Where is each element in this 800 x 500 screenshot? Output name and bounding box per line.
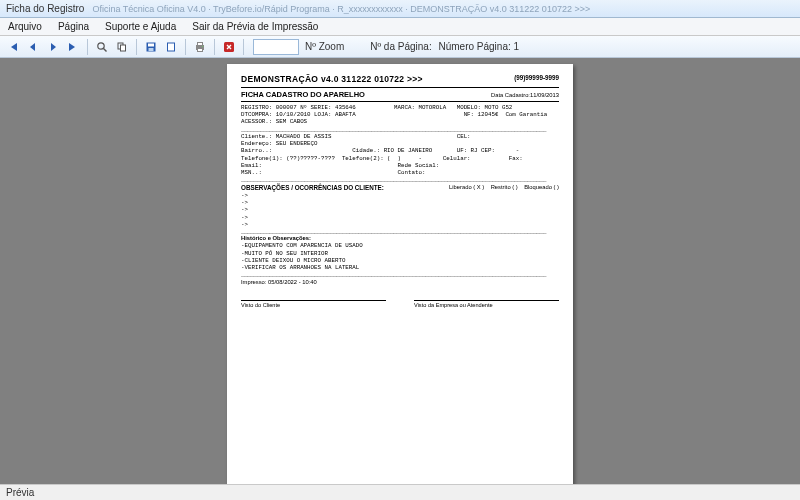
svg-rect-10 [198, 42, 203, 45]
impresso-line: Impresso: 05/08/2022 - 10:40 [241, 279, 559, 286]
signature-empresa: Visto da Empresa ou Atendente [414, 300, 559, 309]
nav-next-button[interactable] [44, 38, 62, 56]
divider-dash: ________________________________________… [241, 176, 559, 183]
statusbar: Prévia [0, 484, 800, 500]
toolbar: Nº Zoom Nº da Página: Número Página: 1 [0, 36, 800, 58]
obs-line: -> [241, 199, 559, 206]
data-cadastro-value: 11/09/2013 [530, 92, 559, 98]
copy-button[interactable] [113, 38, 131, 56]
svg-rect-8 [168, 43, 174, 50]
toolbar-separator [185, 39, 186, 55]
obs-header-row: OBSERVAÇÕES / OCORRÊNCIAS DO CLIENTE: Li… [241, 184, 559, 192]
signature-row: Visto do Cliente Visto da Empresa ou Ate… [241, 300, 559, 309]
zoom-input[interactable] [253, 39, 299, 55]
obs-line: -> [241, 192, 559, 199]
preview-workspace[interactable]: (99)99999-9999 DEMONSTRAÇÃO v4.0 311222 … [0, 58, 800, 484]
hist-line: -VERIFICAR OS ARRANHOES NA LATERAL [241, 264, 559, 271]
telefone-line: Telefone(1): (??)?????-???? Telefone(2):… [241, 155, 559, 162]
svg-point-12 [202, 45, 203, 46]
menu-sair[interactable]: Sair da Prévia de Impressão [184, 21, 326, 32]
menu-pagina[interactable]: Página [50, 21, 97, 32]
msn-line: MSN..: Contato: [241, 169, 559, 176]
signature-empresa-label: Visto da Empresa ou Atendente [414, 302, 559, 309]
obs-line: -> [241, 221, 559, 228]
window-title: Ficha do Registro [6, 3, 84, 14]
flag-liberado: Liberado ( X ) [449, 184, 484, 190]
svg-point-0 [98, 42, 104, 48]
toolbar-separator [136, 39, 137, 55]
page-number-label: Nº da Página: [370, 41, 431, 52]
report-page: (99)99999-9999 DEMONSTRAÇÃO v4.0 311222 … [227, 64, 573, 484]
flag-bloqueado: Bloqueado ( ) [524, 184, 559, 190]
page-setup-button[interactable] [162, 38, 180, 56]
nav-prev-button[interactable] [24, 38, 42, 56]
report-header-title: DEMONSTRAÇÃO v4.0 311222 010722 >>> [241, 74, 559, 85]
divider [241, 87, 559, 88]
hist-title: Histórico e Observações: [241, 235, 559, 242]
data-cadastro-label: Data Cadastro: [491, 92, 530, 98]
hist-line: -CLIENTE DEIXOU O MICRO ABERTO [241, 257, 559, 264]
obs-line: -> [241, 206, 559, 213]
obs-title: OBSERVAÇÕES / OCORRÊNCIAS DO CLIENTE: [241, 184, 384, 191]
statusbar-text: Prévia [6, 487, 34, 498]
report-data-cadastro: Data Cadastro:11/09/2013 [491, 92, 559, 99]
cliente-line: Cliente.: MACHADO DE ASSIS CEL: [241, 133, 559, 140]
svg-rect-5 [148, 43, 154, 46]
print-button[interactable] [191, 38, 209, 56]
comp-line: DTCOMPRA: 10/10/2010 LOJA: ABAFTA NF: 12… [241, 111, 559, 118]
zoom-label: Nº Zoom [305, 41, 344, 52]
signature-cliente-label: Visto do Cliente [241, 302, 386, 309]
hist-line: -EQUIPAMENTO COM APARENCIA DE USADO [241, 242, 559, 249]
svg-rect-3 [121, 45, 126, 51]
report-subtitle: FICHA CADASTRO DO APARELHO [241, 90, 365, 99]
obs-line: -> [241, 214, 559, 221]
report-phone: (99)99999-9999 [514, 74, 559, 82]
bairro-line: Bairro..: Cidade.: RIO DE JANEIRO UF: RJ… [241, 147, 559, 154]
menubar: Arquivo Página Suporte e Ajuda Sair da P… [0, 18, 800, 36]
svg-rect-11 [198, 48, 203, 51]
svg-rect-6 [149, 48, 154, 51]
window-title-dim: Oficina Técnica Oficina V4.0 · TryBefore… [92, 4, 590, 14]
signature-cliente: Visto do Cliente [241, 300, 386, 309]
window-titlebar: Ficha do Registro Oficina Técnica Oficin… [0, 0, 800, 18]
flag-restrito: Restrito ( ) [491, 184, 518, 190]
hist-line: -MUITO PÓ NO SEU INTERIOR [241, 250, 559, 257]
toolbar-separator [243, 39, 244, 55]
save-button[interactable] [142, 38, 160, 56]
zoom-tool-button[interactable] [93, 38, 111, 56]
nav-first-button[interactable] [4, 38, 22, 56]
email-line: Email: Rede Social: [241, 162, 559, 169]
close-preview-button[interactable] [220, 38, 238, 56]
toolbar-separator [214, 39, 215, 55]
status-flags: Liberado ( X ) Restrito ( ) Bloqueado ( … [449, 184, 559, 191]
svg-line-1 [104, 48, 107, 51]
reg-line: REGISTRO: 000007 Nº SERIE: 435646 MARCA:… [241, 104, 559, 111]
menu-suporte[interactable]: Suporte e Ajuda [97, 21, 184, 32]
divider [241, 101, 559, 102]
menu-arquivo[interactable]: Arquivo [0, 21, 50, 32]
divider-dash: ________________________________________… [241, 271, 559, 278]
aces-line: ACESSOR.: SEM CABOS [241, 118, 559, 125]
toolbar-separator [87, 39, 88, 55]
divider-dash: ________________________________________… [241, 126, 559, 133]
page-number-value: Número Página: 1 [438, 41, 519, 52]
divider-dash: ________________________________________… [241, 228, 559, 235]
endereco-line: Endereço: SEU ENDEREÇO [241, 140, 559, 147]
nav-last-button[interactable] [64, 38, 82, 56]
